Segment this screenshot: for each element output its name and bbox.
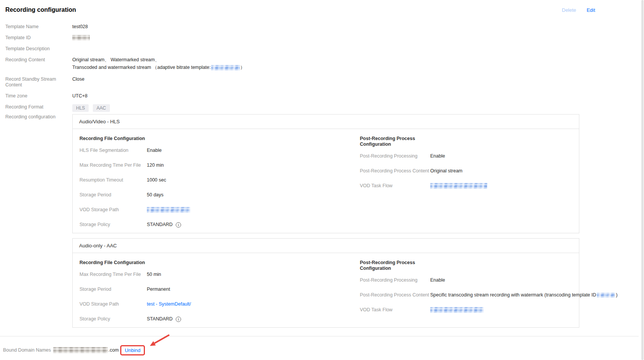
field-label: Template ID [5, 35, 72, 41]
recording-file-config-title: Recording File Configuration [80, 136, 360, 142]
field-template-description: Template Description [5, 46, 644, 52]
field-value: Original stream、 Watermarked stream、 Tra… [72, 56, 245, 71]
format-tag-aac: AAC [93, 104, 110, 112]
field-label: Template Description [5, 46, 72, 52]
redacted-vod-task-flow-link[interactable] [430, 307, 483, 313]
section-divider [0, 336, 639, 336]
row-storage-policy: Storage Policy STANDARD i [80, 222, 360, 228]
info-icon[interactable]: i [176, 222, 181, 228]
recording-content-line1: Original stream、 Watermarked stream、 [72, 57, 159, 62]
redacted-transcoding-template-id [597, 293, 615, 298]
row-vod-storage-path: VOD Storage Path test - SystemDefault/ [80, 301, 360, 307]
field-label: Recording configuration [5, 114, 72, 120]
row-storage-policy: Storage Policy STANDARD i [80, 316, 360, 322]
row-vod-storage-path: VOD Storage Path [80, 207, 360, 213]
redacted-vod-task-flow-link[interactable] [430, 183, 487, 189]
redacted-template-id [72, 35, 90, 40]
redacted-domain-name [53, 347, 108, 353]
field-recording-content: Recording Content Original stream、 Water… [5, 57, 644, 71]
annotation-highlight-box: Unbind [120, 345, 145, 355]
page-title: Recording configuration [5, 6, 644, 13]
format-tag-hls: HLS [72, 104, 89, 112]
field-record-standby: Record Standby Stream Content Close [5, 76, 644, 88]
field-template-name: Template Name test028 [5, 24, 644, 30]
field-time-zone: Time zone UTC+8 [5, 93, 644, 99]
aac-panel-header: Audio-only - AAC [73, 239, 579, 253]
edit-button[interactable]: Edit [587, 7, 595, 13]
field-label: Template Name [5, 24, 72, 30]
row-max-recording-time: Max Recording Time Per File 50 min [80, 272, 360, 277]
redacted-vod-storage-path-link[interactable] [147, 207, 190, 213]
field-value: UTC+8 [72, 93, 87, 99]
recording-configuration-page: Recording configuration Delete Edit Temp… [0, 0, 644, 360]
field-label: Record Standby Stream Content [5, 76, 72, 88]
field-label: Recording Format [5, 104, 72, 110]
row-post-recording-processing: Post-Recording Processing Enable [360, 153, 572, 159]
row-storage-period: Storage Period Permanent [80, 287, 360, 292]
field-label: Time zone [5, 93, 72, 99]
row-post-recording-processing: Post-Recording Processing Enable [360, 277, 617, 283]
post-recording-process-title: Post-Recording Process Configuration [360, 136, 423, 147]
vertical-scrollbar[interactable] [641, 0, 644, 360]
row-post-recording-content: Post-Recording Process Content Specific … [360, 292, 617, 298]
row-resumption-timeout: Resumption Timeout 1000 sec [80, 177, 360, 183]
field-template-id: Template ID [5, 35, 644, 41]
field-recording-configuration: Recording configuration Audio/Video - HL… [5, 114, 644, 328]
annotation-arrow [145, 332, 173, 349]
unbind-button[interactable]: Unbind [125, 347, 140, 353]
field-recording-format: Recording Format HLS AAC [5, 104, 644, 112]
hls-panel: Audio/Video - HLS Recording File Configu… [72, 114, 579, 233]
scrollbar-thumb[interactable] [641, 0, 644, 360]
field-value: test028 [72, 24, 88, 30]
bound-domains-label: Bound Domain Names [3, 347, 53, 353]
recording-content-line2-prefix: Transcoded and watermarked stream （adapt… [72, 65, 211, 70]
field-value: Close [72, 76, 84, 82]
field-label: Recording Content [5, 57, 72, 63]
row-vod-task-flow: VOD Task Flow [360, 183, 572, 189]
recording-file-config-title: Recording File Configuration [80, 260, 360, 266]
vod-storage-path-link[interactable]: test - SystemDefault/ [147, 301, 191, 307]
bound-domain-row: Bound Domain Names .com Unbind [3, 344, 644, 356]
row-max-recording-time: Max Recording Time Per File 120 min [80, 162, 360, 168]
post-recording-process-title: Post-Recording Process Configuration [360, 260, 423, 271]
hls-panel-header: Audio/Video - HLS [73, 115, 579, 129]
domain-suffix: .com [108, 347, 119, 353]
row-storage-period: Storage Period 50 days [80, 192, 360, 198]
row-hls-file-segmentation: HLS File Segmentation Enable [80, 148, 360, 153]
info-icon[interactable]: i [176, 317, 181, 322]
row-post-recording-content: Post-Recording Process Content Original … [360, 168, 572, 174]
aac-panel: Audio-only - AAC Recording File Configur… [72, 238, 579, 328]
delete-button[interactable]: Delete [562, 7, 576, 13]
header-actions: Delete Edit [562, 7, 595, 13]
row-vod-task-flow: VOD Task Flow [360, 307, 617, 313]
recording-configuration-panels: Audio/Video - HLS Recording File Configu… [72, 114, 579, 328]
redacted-adaptive-bitrate-template-id [211, 65, 240, 70]
recording-content-line2-suffix: ） [240, 65, 245, 70]
